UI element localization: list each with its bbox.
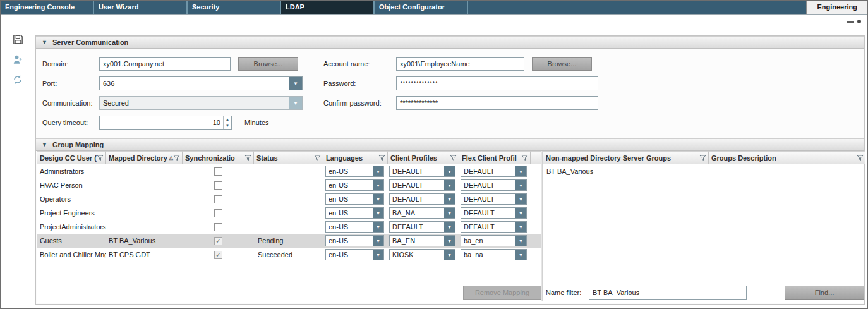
section-header-server-communication[interactable]: ▼ Server Communication <box>36 36 864 49</box>
chevron-down-icon[interactable]: ▼ <box>444 222 455 232</box>
tab-object-configurator[interactable]: Object Configurator <box>375 1 468 14</box>
save-button[interactable] <box>12 33 24 45</box>
tab-engineering-mode[interactable]: Engineering <box>806 1 867 14</box>
column-client-profiles[interactable]: Client Profiles <box>388 151 459 164</box>
chevron-down-icon[interactable]: ▼ <box>373 180 383 190</box>
chevron-down-icon[interactable]: ▼ <box>373 166 383 176</box>
language-dropdown[interactable]: en-US ▼ <box>325 235 384 246</box>
chevron-down-icon[interactable]: ▼ <box>515 250 526 260</box>
filter-icon[interactable] <box>244 155 253 161</box>
filter-icon[interactable] <box>521 155 530 161</box>
chevron-down-icon[interactable]: ▼ <box>444 236 455 246</box>
sync-checkbox[interactable] <box>214 209 222 217</box>
filter-icon[interactable] <box>699 155 708 161</box>
query-timeout-input[interactable] <box>100 116 223 129</box>
sync-checkbox[interactable] <box>214 181 222 190</box>
client-profile-dropdown[interactable]: BA_NA ▼ <box>389 207 455 219</box>
account-browse-button[interactable]: Browse... <box>532 57 592 71</box>
table-row[interactable]: Project Engineers en-US ▼ BA_NA ▼ DEFAUL… <box>37 206 541 220</box>
panel-splitter-handle[interactable] <box>847 20 861 23</box>
table-row[interactable]: Administrators en-US ▼ DEFAULT ▼ DEFAULT… <box>37 164 541 178</box>
chevron-down-icon[interactable]: ▼ <box>373 236 383 246</box>
spinner-down-icon[interactable]: ▼ <box>224 123 231 129</box>
chevron-down-icon[interactable]: ▼ <box>289 77 302 90</box>
sync-checkbox[interactable] <box>214 223 222 231</box>
chevron-down-icon[interactable]: ▼ <box>515 222 526 232</box>
chevron-down-icon[interactable]: ▼ <box>515 236 526 246</box>
column-flex-client-profiles[interactable]: Flex Client Profil <box>459 151 531 164</box>
client-profile-dropdown[interactable]: DEFAULT ▼ <box>389 166 455 177</box>
client-profile-dropdown[interactable]: BA_EN ▼ <box>389 235 455 246</box>
sync-checkbox[interactable] <box>214 237 222 245</box>
column-mapped-directory[interactable]: Mapped Directory △ <box>106 151 183 164</box>
chevron-down-icon[interactable]: ▼ <box>373 194 383 204</box>
domain-browse-button[interactable]: Browse... <box>238 57 298 71</box>
table-row[interactable]: HVAC Person en-US ▼ DEFAULT ▼ DEFAULT ▼ <box>37 178 541 192</box>
flex-profile-dropdown[interactable]: ba_en ▼ <box>461 235 527 246</box>
confirm-password-input[interactable] <box>396 96 598 110</box>
column-synchronization[interactable]: Synchronizatio <box>183 151 254 164</box>
tab-user-wizard[interactable]: User Wizard <box>94 1 188 14</box>
name-filter-input[interactable] <box>589 286 747 300</box>
filter-icon[interactable] <box>450 155 459 161</box>
chevron-down-icon[interactable]: ▼ <box>444 250 455 260</box>
flex-profile-dropdown[interactable]: DEFAULT ▼ <box>461 207 527 219</box>
flex-profile-dropdown[interactable]: ba_na ▼ <box>461 249 527 260</box>
user-mapping-button[interactable] <box>12 54 24 66</box>
table-row[interactable]: BT BA_Various <box>543 164 865 178</box>
table-row[interactable]: Boiler and Chiller Mng BT CPS GDT Succee… <box>37 248 541 262</box>
table-row[interactable]: Operators en-US ▼ DEFAULT ▼ DEFAULT ▼ <box>37 192 541 206</box>
password-input[interactable] <box>396 76 598 90</box>
chevron-down-icon[interactable]: ▼ <box>515 194 526 204</box>
section-header-group-mapping[interactable]: ▼ Group Mapping <box>36 138 864 151</box>
language-dropdown[interactable]: en-US ▼ <box>325 207 384 219</box>
chevron-down-icon[interactable]: ▼ <box>515 166 526 176</box>
sync-checkbox[interactable] <box>214 251 222 259</box>
language-dropdown[interactable]: en-US ▼ <box>325 193 384 205</box>
filter-icon[interactable] <box>378 155 387 161</box>
client-profile-dropdown[interactable]: DEFAULT ▼ <box>389 193 455 205</box>
client-profile-dropdown[interactable]: DEFAULT ▼ <box>389 221 455 233</box>
flex-profile-dropdown[interactable]: DEFAULT ▼ <box>461 166 527 177</box>
column-groups-description[interactable]: Groups Description <box>709 151 865 164</box>
spinner-up-icon[interactable]: ▲ <box>224 116 231 123</box>
client-profile-dropdown[interactable]: KIOSK ▼ <box>389 249 455 260</box>
remove-mapping-button[interactable]: Remove Mapping <box>463 286 541 300</box>
flex-profile-dropdown[interactable]: DEFAULT ▼ <box>461 179 527 191</box>
filter-icon[interactable] <box>173 155 182 161</box>
table-row[interactable]: Guests BT BA_Various Pending en-US ▼ BA_… <box>37 234 541 248</box>
tab-security[interactable]: Security <box>188 1 281 14</box>
filter-icon[interactable] <box>97 155 105 161</box>
sync-checkbox[interactable] <box>214 167 222 176</box>
communication-combobox[interactable]: Secured ▼ <box>99 96 303 110</box>
chevron-down-icon[interactable]: ▼ <box>289 97 302 109</box>
tab-ldap[interactable]: LDAP <box>281 1 375 14</box>
language-dropdown[interactable]: en-US ▼ <box>325 249 384 260</box>
language-dropdown[interactable]: en-US ▼ <box>325 179 384 191</box>
client-profile-dropdown[interactable]: DEFAULT ▼ <box>389 179 455 191</box>
tab-engineering-console[interactable]: Engineering Console <box>1 1 94 14</box>
flex-profile-dropdown[interactable]: DEFAULT ▼ <box>461 221 527 233</box>
chevron-down-icon[interactable]: ▼ <box>444 180 455 190</box>
query-timeout-spinner[interactable]: ▲ ▼ <box>99 116 232 130</box>
column-non-mapped-groups[interactable]: Non-mapped Directory Server Groups <box>543 151 709 164</box>
filter-icon[interactable] <box>314 155 323 161</box>
language-dropdown[interactable]: en-US ▼ <box>325 221 384 233</box>
chevron-down-icon[interactable]: ▼ <box>373 208 383 218</box>
chevron-down-icon[interactable]: ▼ <box>444 194 455 204</box>
chevron-down-icon[interactable]: ▼ <box>515 208 526 218</box>
column-desigo-cc-user[interactable]: Desigo CC User ( <box>37 151 106 164</box>
account-name-input[interactable] <box>396 57 524 71</box>
sync-checkbox[interactable] <box>214 195 222 203</box>
chevron-down-icon[interactable]: ▼ <box>373 250 383 260</box>
chevron-down-icon[interactable]: ▼ <box>373 222 383 232</box>
column-languages[interactable]: Languages <box>323 151 388 164</box>
language-dropdown[interactable]: en-US ▼ <box>325 166 384 177</box>
chevron-down-icon[interactable]: ▼ <box>515 180 526 190</box>
table-splitter[interactable] <box>541 151 543 301</box>
filter-icon[interactable] <box>857 155 865 161</box>
chevron-down-icon[interactable]: ▼ <box>444 166 455 176</box>
chevron-down-icon[interactable]: ▼ <box>444 208 455 218</box>
domain-input[interactable] <box>99 57 231 71</box>
port-combobox[interactable]: 636 ▼ <box>99 76 303 90</box>
